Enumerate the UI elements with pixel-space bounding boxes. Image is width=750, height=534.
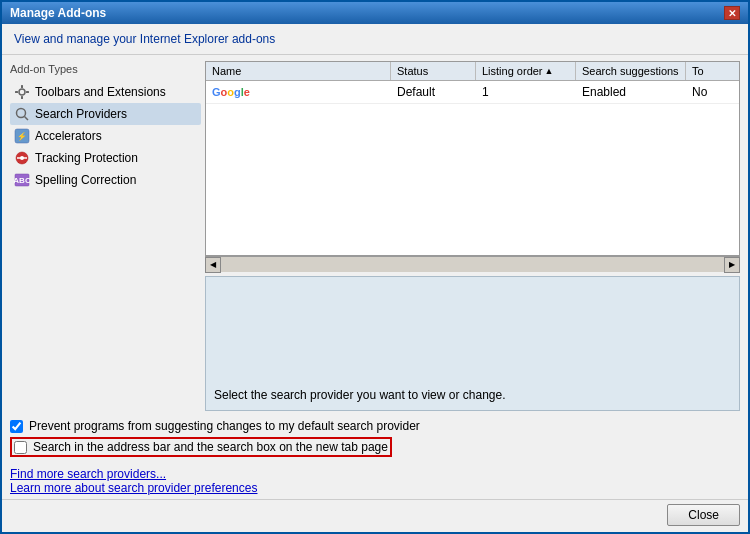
right-panel: Name Status Listing order ▲ Search sugge… xyxy=(205,61,740,411)
learn-more-link[interactable]: Learn more about search provider prefere… xyxy=(10,481,740,495)
col-header-search[interactable]: Search suggestions xyxy=(576,62,686,80)
info-panel: Select the search provider you want to v… xyxy=(205,276,740,411)
scroll-track xyxy=(237,260,708,270)
svg-rect-3 xyxy=(15,91,18,93)
sidebar-label-toolbars: Toolbars and Extensions xyxy=(35,85,166,99)
scroll-right-button[interactable]: ▶ xyxy=(724,257,740,273)
cell-status: Default xyxy=(391,83,476,101)
cell-to: No xyxy=(686,83,736,101)
window-close-button[interactable]: ✕ xyxy=(724,6,740,20)
svg-text:⚡: ⚡ xyxy=(17,131,27,141)
window-subtitle: View and manage your Internet Explorer a… xyxy=(2,24,748,52)
google-icon: Google xyxy=(212,86,250,98)
hint-text: Select the search provider you want to v… xyxy=(214,388,731,402)
action-bar: Close xyxy=(2,499,748,532)
sidebar-header: Add-on Types xyxy=(10,61,201,81)
sidebar-label-spelling: Spelling Correction xyxy=(35,173,136,187)
table-header: Name Status Listing order ▲ Search sugge… xyxy=(206,62,739,81)
search-icon xyxy=(14,106,30,122)
close-button[interactable]: Close xyxy=(667,504,740,526)
svg-rect-2 xyxy=(21,96,23,99)
sidebar: Add-on Types Toolbars and Extensions xyxy=(10,61,205,411)
prevent-checkbox[interactable] xyxy=(10,420,23,433)
subtitle-divider xyxy=(2,54,748,55)
checkbox-row-search-bar: Search in the address bar and the search… xyxy=(10,435,740,459)
svg-point-0 xyxy=(19,89,25,95)
horizontal-scrollbar[interactable]: ◀ ▶ xyxy=(205,256,740,272)
prevent-label: Prevent programs from suggesting changes… xyxy=(29,419,420,433)
search-bar-checkbox-container: Search in the address bar and the search… xyxy=(10,437,392,457)
scroll-left-button[interactable]: ◀ xyxy=(205,257,221,273)
sidebar-label-search: Search Providers xyxy=(35,107,127,121)
gear-icon xyxy=(14,84,30,100)
search-providers-table: Name Status Listing order ▲ Search sugge… xyxy=(205,61,740,256)
col-header-to[interactable]: To xyxy=(686,62,736,80)
col-header-name[interactable]: Name xyxy=(206,62,391,80)
find-more-link[interactable]: Find more search providers... xyxy=(10,467,740,481)
links-area: Find more search providers... Learn more… xyxy=(2,463,748,499)
table-row[interactable]: Google Default 1 Enabled No xyxy=(206,81,739,104)
svg-text:ABC: ABC xyxy=(14,176,30,185)
sort-arrow-icon: ▲ xyxy=(545,66,554,76)
window-title: Manage Add-ons xyxy=(10,6,106,20)
cell-name: Google xyxy=(206,83,391,101)
sidebar-label-accelerators: Accelerators xyxy=(35,129,102,143)
spelling-icon: ABC xyxy=(14,172,30,188)
accelerators-icon: ⚡ xyxy=(14,128,30,144)
checkbox-row-prevent: Prevent programs from suggesting changes… xyxy=(10,417,740,435)
sidebar-label-tracking: Tracking Protection xyxy=(35,151,138,165)
table-body: Google Default 1 Enabled No xyxy=(206,81,739,250)
col-header-listing[interactable]: Listing order ▲ xyxy=(476,62,576,80)
svg-rect-4 xyxy=(26,91,29,93)
search-bar-label: Search in the address bar and the search… xyxy=(33,440,388,454)
cell-search-suggestions: Enabled xyxy=(576,83,686,101)
svg-point-11 xyxy=(20,156,24,160)
search-bar-checkbox[interactable] xyxy=(14,441,27,454)
manage-addons-window: Manage Add-ons ✕ View and manage your In… xyxy=(0,0,750,534)
tracking-icon xyxy=(14,150,30,166)
col-header-status[interactable]: Status xyxy=(391,62,476,80)
main-content: Add-on Types Toolbars and Extensions xyxy=(2,57,748,411)
cell-listing: 1 xyxy=(476,83,576,101)
svg-line-6 xyxy=(25,117,29,121)
footer-area: Prevent programs from suggesting changes… xyxy=(2,411,748,463)
sidebar-item-tracking[interactable]: Tracking Protection xyxy=(10,147,201,169)
sidebar-item-accelerators[interactable]: ⚡ Accelerators xyxy=(10,125,201,147)
svg-rect-1 xyxy=(21,85,23,88)
sidebar-item-spelling[interactable]: ABC Spelling Correction xyxy=(10,169,201,191)
title-bar: Manage Add-ons ✕ xyxy=(2,2,748,24)
sidebar-item-toolbars[interactable]: Toolbars and Extensions xyxy=(10,81,201,103)
sidebar-item-search[interactable]: Search Providers xyxy=(10,103,201,125)
svg-point-5 xyxy=(17,109,26,118)
